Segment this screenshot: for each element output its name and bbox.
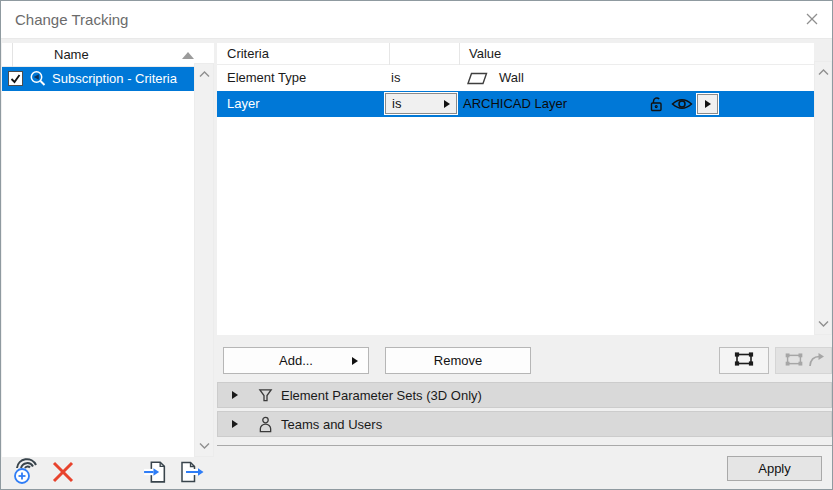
criteria-table-header: Criteria Value <box>217 43 814 65</box>
sort-ascending-icon <box>182 52 194 59</box>
marquee-icon-disabled <box>783 351 805 371</box>
criteria-name: Layer <box>227 91 260 117</box>
section-label: Teams and Users <box>281 417 382 432</box>
remove-button-label: Remove <box>434 353 482 368</box>
scroll-down-icon[interactable] <box>195 437 213 454</box>
section-element-parameter-sets[interactable]: Element Parameter Sets (3D Only) <box>217 382 832 408</box>
criteria-table: Criteria Value Element Type is Wall Laye… <box>217 43 814 335</box>
add-menu-arrow-icon <box>352 357 358 365</box>
expand-arrow-icon <box>705 100 711 108</box>
person-icon <box>258 416 273 433</box>
criteria-set-list: Name Subscription - Criteria <box>2 43 214 457</box>
operator-value: is <box>392 96 401 111</box>
criteria-operator: is <box>391 65 400 91</box>
scroll-down-icon[interactable] <box>815 315 831 332</box>
operator-dropdown[interactable]: is <box>385 93 457 114</box>
apply-button[interactable]: Apply <box>727 456 822 481</box>
title-bar: Change Tracking <box>1 1 832 39</box>
bottom-divider <box>217 445 832 446</box>
collapsed-arrow-icon <box>232 420 238 428</box>
column-separator <box>459 43 460 65</box>
section-teams-and-users[interactable]: Teams and Users <box>217 411 832 437</box>
curved-arrow-icon-disabled <box>807 351 825 371</box>
dialog-title: Change Tracking <box>15 1 128 39</box>
criteria-row-element-type[interactable]: Element Type is Wall <box>217 65 814 91</box>
value-column-header: Value <box>469 43 501 65</box>
scroll-up-icon[interactable] <box>815 64 831 81</box>
new-criteria-set-button[interactable] <box>11 455 43 485</box>
marquee-icon <box>732 350 756 371</box>
column-separator <box>389 43 390 65</box>
column-separator <box>12 43 13 67</box>
criteria-name: Element Type <box>227 65 306 91</box>
change-tracking-dialog: Change Tracking Name Subscri <box>0 0 833 490</box>
import-icon <box>142 458 169 485</box>
add-button[interactable]: Add... <box>223 347 369 374</box>
checkmark-icon <box>9 72 22 85</box>
wall-icon <box>465 71 489 89</box>
apply-button-label: Apply <box>758 461 791 476</box>
list-header[interactable]: Name <box>2 43 194 67</box>
criteria-table-scrollbar[interactable] <box>814 61 832 335</box>
marquee-pickup-button-disabled <box>775 347 832 374</box>
item-checkbox[interactable] <box>8 71 23 86</box>
section-label: Element Parameter Sets (3D Only) <box>281 388 482 403</box>
remove-button[interactable]: Remove <box>385 347 531 374</box>
list-item-label: Subscription - Criteria <box>52 67 177 91</box>
delete-button[interactable] <box>51 460 75 484</box>
name-column-header: Name <box>54 43 89 67</box>
criteria-row-layer[interactable]: Layer is ARCHICAD Layer <box>217 91 814 117</box>
eye-icon[interactable] <box>671 97 693 114</box>
close-icon <box>805 12 819 29</box>
add-button-label: Add... <box>279 353 313 368</box>
close-button[interactable] <box>800 8 824 32</box>
criteria-column-header: Criteria <box>227 43 269 65</box>
list-item-subscription-criteria[interactable]: Subscription - Criteria <box>2 67 194 91</box>
criteria-value: Wall <box>499 65 524 91</box>
funnel-icon <box>258 388 273 403</box>
criteria-value: ARCHICAD Layer <box>463 91 567 117</box>
unlock-icon[interactable] <box>647 95 665 116</box>
delete-x-icon <box>51 460 75 484</box>
scroll-up-icon[interactable] <box>195 66 213 83</box>
export-button[interactable] <box>178 458 206 485</box>
expand-arrow-button[interactable] <box>697 94 718 114</box>
dropdown-arrow-icon <box>444 100 450 108</box>
left-list-scrollbar[interactable] <box>194 63 214 457</box>
marquee-select-button[interactable] <box>719 347 769 374</box>
import-button[interactable] <box>142 458 169 485</box>
collapsed-arrow-icon <box>232 391 238 399</box>
criteria-magnifier-icon <box>29 70 47 91</box>
export-icon <box>178 458 206 485</box>
